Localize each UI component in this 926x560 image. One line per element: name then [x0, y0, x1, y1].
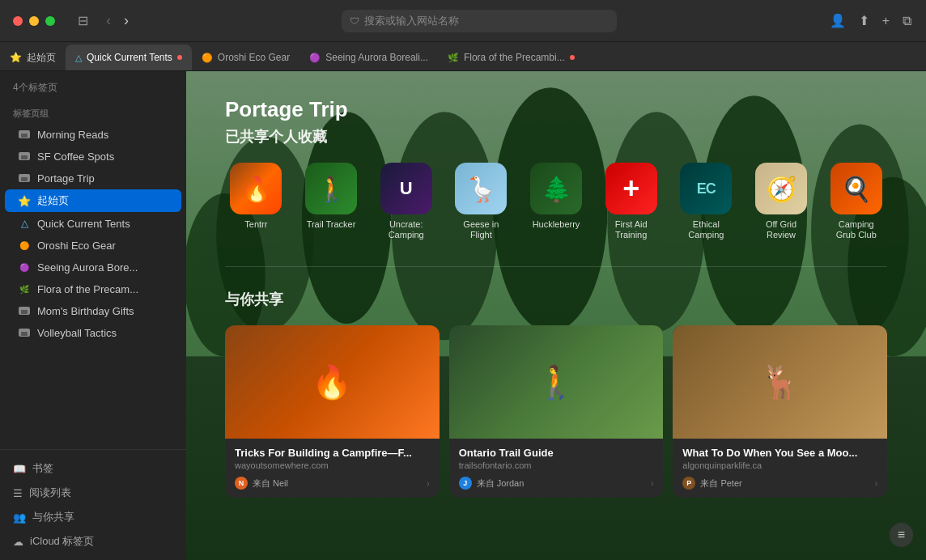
sidebar-footer-bookmarks[interactable]: 📖 书签 [0, 456, 186, 481]
svg-rect-7 [21, 310, 28, 314]
nav-forward-button[interactable]: › [119, 11, 134, 31]
shared-card-moose[interactable]: 🦌 What To Do When You See a Moo... algon… [673, 325, 887, 498]
fav-ethical-camping[interactable]: EC Ethical Camping [675, 163, 737, 240]
content-inner: Portage Trip 已共享个人收藏 🔥 Tentrr 🚶 Trail Tr… [186, 71, 926, 524]
shared-card-img-campfire: 🔥 [225, 325, 440, 439]
tab-count-label: 4个标签页 [13, 81, 173, 95]
sender-avatar-peter: P [682, 477, 695, 490]
fav-icon-off-grid: 🧭 [755, 163, 807, 214]
cloud-icon-sf [18, 150, 31, 163]
sidebar-item-label-flora: Flora of the Precam... [37, 283, 138, 295]
tab-home-label: 起始页 [27, 51, 56, 65]
address-bar-placeholder: 搜索或输入网站名称 [364, 14, 459, 28]
minimize-button[interactable] [29, 16, 39, 26]
shared-card-ontario-trail[interactable]: 🚶 Ontario Trail Guide trailsofontario.co… [449, 325, 664, 498]
sidebar-item-quick-current-tents[interactable]: △ Quick Current Tents [5, 213, 181, 234]
address-bar-area: 🛡 搜索或输入网站名称 [143, 10, 815, 32]
fav-camping-grub-club[interactable]: 🍳 Camping Grub Club [825, 163, 887, 240]
cloud-icon-portage [18, 172, 31, 185]
traffic-lights [0, 16, 68, 26]
tab-quick-current-tents[interactable]: △ Quick Current Tents [66, 45, 192, 70]
sidebar-item-start-page[interactable]: ⭐ 起始页 [5, 189, 181, 212]
svg-rect-9 [21, 332, 28, 336]
close-button[interactable] [13, 16, 23, 26]
sender-name-neil: 来自 Neil [253, 477, 288, 490]
sidebar-item-label-sf-coffee: SF Coffee Spots [37, 151, 114, 163]
sidebar-item-volleyball-tactics[interactable]: Volleyball Tactics [5, 322, 181, 343]
fav-trail-tracker[interactable]: 🚶 Trail Tracker [300, 163, 363, 230]
fav-label-huckleberry: Huckleberry [533, 219, 580, 230]
shared-card-url-moose: algonquinparklife.ca [682, 460, 877, 470]
shared-with-you-label: 与你共享 [32, 510, 74, 524]
icloud-icon: ☁ [13, 536, 23, 548]
fav-label-uncrate: Uncrate: Camping [389, 219, 424, 240]
sidebar-item-label-oroshi: Oroshi Eco Gear [37, 240, 116, 252]
sidebar-item-sf-coffee-spots[interactable]: SF Coffee Spots [5, 146, 181, 167]
fullscreen-button[interactable] [45, 16, 55, 26]
section-divider [225, 266, 887, 267]
user-icon-button[interactable]: 👤 [828, 11, 847, 30]
nav-buttons: ‹ › [91, 11, 143, 31]
fav-geese-in-flight[interactable]: 🪿 Geese in Flight [450, 163, 512, 240]
tab-home[interactable]: ⭐ 起始页 [0, 45, 66, 70]
cloud-icon-volleyball [18, 326, 31, 339]
sidebar-footer-icloud-tabs[interactable]: ☁ iCloud 标签页 [0, 529, 186, 554]
fav-label-ethical-camping: Ethical Camping [688, 219, 724, 240]
fav-off-grid-review[interactable]: 🧭 Off Grid Review [750, 163, 813, 240]
chevron-right-icon: › [427, 479, 429, 488]
svg-rect-5 [21, 177, 28, 181]
tab-oroshi-eco-gear[interactable]: 🟠 Oroshi Eco Gear [192, 45, 299, 70]
cloud-icon-moms [18, 304, 31, 317]
purple-circle-icon: 🟣 [18, 261, 31, 274]
fav-icon-geese: 🪿 [455, 163, 507, 214]
sidebar-item-seeing-aurora[interactable]: 🟣 Seeing Aurora Bore... [5, 257, 181, 278]
customize-button[interactable]: ≡ [890, 523, 913, 547]
cloud-icon [18, 128, 31, 141]
fav-icon-camping-grub: 🍳 [830, 163, 882, 214]
tab-group-section-label: 标签页组 [0, 101, 186, 123]
sidebar: 4个标签页 标签页组 Morning Reads SF Coffee Spots [0, 71, 186, 560]
share-button[interactable]: ⬆ [857, 11, 871, 30]
leaf-icon: 🌿 [18, 282, 31, 295]
sidebar-item-oroshi-eco-gear[interactable]: 🟠 Oroshi Eco Gear [5, 235, 181, 256]
orange-circle-icon: 🟠 [18, 239, 31, 252]
nav-back-button[interactable]: ‹ [101, 11, 116, 31]
tab-overview-button[interactable]: ⧉ [901, 12, 913, 30]
sidebar-toggle-button[interactable]: ⊟ [74, 10, 91, 32]
tab-flora-precamb[interactable]: 🌿 Flora of the Precambi... [438, 45, 584, 70]
new-tab-button[interactable]: + [881, 12, 891, 30]
sidebar-item-label-morning-reads: Morning Reads [37, 129, 108, 141]
svg-rect-3 [21, 155, 28, 159]
sidebar-item-flora[interactable]: 🌿 Flora of the Precam... [5, 278, 181, 299]
star-icon: ⭐ [10, 52, 22, 63]
sender-avatar-jordan: J [459, 477, 472, 490]
shared-card-campfire[interactable]: 🔥 Tricks For Building a Campfire—F... wa… [225, 325, 440, 498]
fav-first-aid[interactable]: + First Aid Training [600, 163, 662, 240]
fav-huckleberry[interactable]: 🌲 Huckleberry [525, 163, 588, 230]
shared-card-title-campfire: Tricks For Building a Campfire—F... [235, 447, 430, 459]
tab-seeing-aurora[interactable]: 🟣 Seeing Aurora Boreali... [299, 45, 438, 70]
fav-icon-first-aid: + [605, 163, 657, 214]
bookmarks-label: 书签 [32, 461, 53, 476]
address-bar[interactable]: 🛡 搜索或输入网站名称 [342, 10, 617, 32]
favorites-row: 🔥 Tentrr 🚶 Trail Tracker U Uncrate: Camp… [225, 163, 887, 240]
sender-name-peter: 来自 Peter [700, 477, 741, 490]
sidebar-footer-reading-list[interactable]: ☰ 阅读列表 [0, 481, 186, 505]
fav-uncrate-camping[interactable]: U Uncrate: Camping [375, 163, 437, 240]
shared-card-img-ontario: 🚶 [449, 325, 664, 439]
fav-label-geese: Geese in Flight [463, 219, 499, 240]
sidebar-item-label-start-page: 起始页 [37, 193, 69, 208]
sidebar-item-moms-birthday[interactable]: Mom's Birthday Gifts [5, 300, 181, 321]
shared-card-sender-campfire: N 来自 Neil › [235, 477, 430, 490]
sidebar-item-morning-reads[interactable]: Morning Reads [5, 124, 181, 145]
fav-tentrr[interactable]: 🔥 Tentrr [225, 163, 287, 230]
sidebar-item-portage-trip[interactable]: Portage Trip [5, 168, 181, 189]
sidebar-item-label-volleyball: Volleyball Tactics [37, 327, 117, 339]
sidebar-item-label-moms-birthday: Mom's Birthday Gifts [37, 305, 134, 317]
tab-icon: △ [75, 53, 82, 63]
shared-card-body-moose: What To Do When You See a Moo... algonqu… [673, 439, 887, 498]
tabs-bar: ⭐ 起始页 △ Quick Current Tents 🟠 Oroshi Eco… [0, 42, 926, 71]
group-title: Portage Trip [225, 97, 887, 122]
sidebar-items: Morning Reads SF Coffee Spots Portage Tr… [0, 123, 186, 449]
sidebar-footer-shared-with-you[interactable]: 👥 与你共享 [0, 505, 186, 529]
